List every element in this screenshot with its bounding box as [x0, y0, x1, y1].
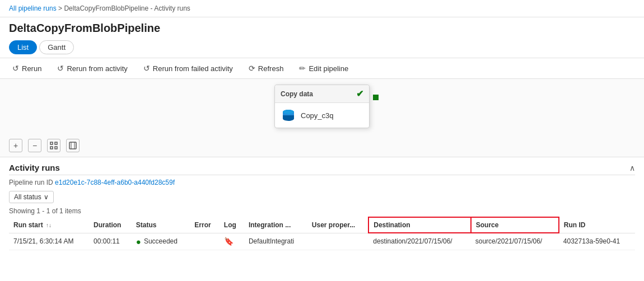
- svg-rect-1: [55, 142, 57, 144]
- log-bookmark-icon[interactable]: 🔖: [224, 237, 234, 246]
- copy-activity-name: Copy_c3q: [301, 111, 334, 120]
- breadcrumb-current: DeltaCopyFromBlobPipeline - Activity run…: [64, 4, 190, 12]
- rerun-from-activity-icon: ↺: [57, 64, 64, 73]
- edit-pipeline-button[interactable]: ✏ Edit pipeline: [296, 62, 352, 75]
- rerun-icon: ↺: [12, 64, 19, 73]
- cell-status: ● Succeeded: [132, 233, 190, 250]
- table-header-row: Run start ↑↓ Duration Status Error Log I…: [9, 217, 635, 233]
- sort-icon: ↑↓: [46, 222, 52, 228]
- diagram-area: + − Copy data ✔: [0, 79, 644, 157]
- cell-run-start: 7/15/21, 6:30:14 AM: [9, 233, 89, 250]
- breadcrumb: All pipeline runs > DeltaCopyFromBlobPip…: [0, 0, 644, 17]
- cell-integration: DefaultIntegrati: [244, 233, 307, 250]
- copy-data-header: Copy data ✔: [275, 85, 369, 103]
- fit-button[interactable]: [47, 139, 60, 152]
- tab-gantt[interactable]: Gantt: [39, 40, 74, 54]
- status-filter[interactable]: All status ∨: [9, 191, 54, 203]
- activity-runs-table: Run start ↑↓ Duration Status Error Log I…: [9, 217, 635, 250]
- th-source: Source: [471, 217, 559, 233]
- pipeline-run-id-row: Pipeline run ID e1d20e1c-7c88-4eff-a6b0-…: [9, 175, 635, 189]
- rerun-from-activity-button[interactable]: ↺ Rerun from activity: [54, 62, 130, 75]
- cell-destination: destination/2021/07/15/06/: [368, 233, 471, 250]
- th-user-properties: User proper...: [307, 217, 368, 233]
- svg-rect-0: [50, 142, 53, 144]
- section-header: Activity runs ∧: [9, 157, 635, 175]
- tabs-row: List Gantt: [0, 37, 644, 58]
- th-run-id: Run ID: [559, 217, 635, 233]
- filter-row: All status ∨: [9, 189, 635, 205]
- th-duration: Duration: [89, 217, 132, 233]
- pipeline-run-id-link[interactable]: e1d20e1c-7c88-4eff-a6b0-a440fd28c59f: [55, 179, 175, 186]
- copy-data-label: Copy data: [281, 90, 313, 98]
- copy-data-popup: Copy data ✔ Copy_c3q: [274, 85, 370, 128]
- tab-list[interactable]: List: [9, 40, 37, 54]
- th-error: Error: [190, 217, 220, 233]
- th-destination: Destination: [368, 217, 471, 233]
- section-title: Activity runs: [9, 163, 60, 172]
- svg-rect-2: [50, 147, 53, 149]
- rerun-from-failed-button[interactable]: ↺ Rerun from failed activity: [140, 62, 236, 75]
- zoom-out-button[interactable]: −: [28, 139, 41, 152]
- toolbar: ↺ Rerun ↺ Rerun from activity ↺ Rerun fr…: [0, 58, 644, 79]
- frame-button[interactable]: [66, 139, 80, 152]
- copy-activity-icon: [281, 107, 296, 123]
- th-integration: Integration ...: [244, 217, 307, 233]
- cell-error: [190, 233, 220, 250]
- refresh-button[interactable]: ⟳ Refresh: [245, 62, 287, 75]
- th-log: Log: [220, 217, 244, 233]
- cell-source: source/2021/07/15/06/: [471, 233, 559, 250]
- cell-log: 🔖: [220, 233, 244, 250]
- copy-data-body[interactable]: Copy_c3q: [275, 103, 369, 128]
- breadcrumb-link[interactable]: All pipeline runs: [9, 4, 57, 12]
- success-icon: ●: [136, 237, 141, 246]
- page-title: DeltaCopyFromBlobPipeline: [0, 17, 644, 37]
- svg-rect-4: [69, 142, 76, 149]
- dropdown-chevron-icon: ∨: [44, 193, 49, 201]
- showing-text: Showing 1 - 1 of 1 items: [9, 205, 635, 217]
- cell-run-id: 4032713a-59e0-41: [559, 233, 635, 250]
- pipeline-run-id-label: Pipeline run ID: [9, 179, 53, 186]
- activity-runs-section: Activity runs ∧ Pipeline run ID e1d20e1c…: [0, 157, 644, 250]
- edit-icon: ✏: [299, 64, 306, 73]
- copy-data-check-icon: ✔: [356, 88, 363, 99]
- cell-user-properties: [307, 233, 368, 250]
- refresh-icon: ⟳: [249, 64, 255, 73]
- rerun-button[interactable]: ↺ Rerun: [9, 62, 45, 75]
- svg-rect-3: [55, 147, 57, 149]
- status-badge: ● Succeeded: [136, 237, 185, 246]
- table-row: 7/15/21, 6:30:14 AM 00:00:11 ● Succeeded…: [9, 233, 635, 250]
- th-status: Status: [132, 217, 190, 233]
- zoom-in-button[interactable]: +: [9, 139, 22, 152]
- th-run-start[interactable]: Run start ↑↓: [9, 217, 89, 233]
- collapse-icon[interactable]: ∧: [629, 163, 635, 172]
- rerun-from-failed-icon: ↺: [143, 64, 150, 73]
- svg-point-8: [283, 110, 294, 114]
- diagram-controls: + −: [9, 139, 80, 152]
- cell-duration: 00:00:11: [89, 233, 132, 250]
- green-indicator: [373, 95, 379, 100]
